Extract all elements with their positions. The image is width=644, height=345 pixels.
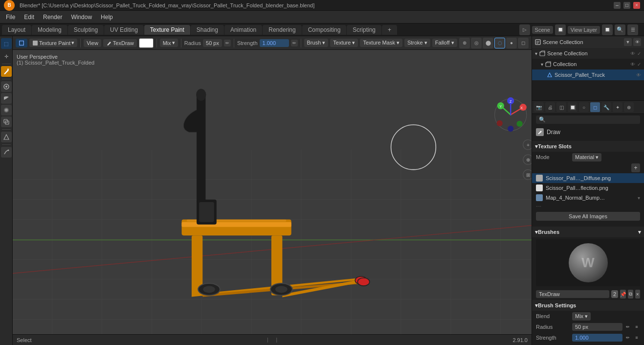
world-props-icon[interactable]: ○ [579,102,589,112]
global-search-icon[interactable]: 🔍 [615,24,625,35]
radius-input[interactable]: 50 px [203,39,222,47]
viewport-gizmo-btn[interactable]: ⊕ [459,38,470,48]
brushes-collapse-btn[interactable]: ▾ [638,229,641,235]
draw-tool-button[interactable] [1,66,12,77]
viewport-shading-material[interactable]: ◌ [494,38,505,48]
mask-tool-button[interactable] [1,132,12,142]
engine-icon[interactable]: ▷ [519,24,530,35]
brush-copy-btn[interactable]: ⧉ [628,290,633,299]
blend-mode-label: Mix [163,40,171,46]
normal-thumb [536,194,543,201]
falloff-button[interactable]: Falloff ▾ [432,39,457,47]
minimize-button[interactable]: – [614,2,621,9]
particle-props-icon[interactable]: ✦ [613,102,622,112]
modifier-props-icon[interactable]: 🔧 [601,102,611,112]
menu-render[interactable]: Render [39,13,66,22]
texture-slot-diffuse[interactable]: Scissor_Pall…_Diffuse.png [532,173,644,183]
3d-viewport[interactable]: X Y Z + [13,50,532,334]
add-texture-slot-button[interactable]: + [631,163,640,172]
texture-slots-title[interactable]: ▾ Texture Slots [532,141,644,152]
tab-scripting[interactable]: Scripting [347,25,381,35]
brush-strength-edit-icon[interactable]: ✏ [624,334,631,341]
blend-mode-dropdown[interactable]: Mix ▾ [160,39,178,47]
view-menu[interactable]: View [84,39,101,47]
texture-button[interactable]: Texture ▾ [330,39,358,47]
brush-settings-button[interactable]: Brush ▾ [304,39,329,47]
viewport-shading-rendered[interactable]: ● [506,38,517,48]
tab-uv-editing[interactable]: UV Editing [104,25,144,35]
color-swatch[interactable] [139,38,154,48]
filter-icon[interactable]: ☰ [627,24,638,35]
menu-help[interactable]: Help [97,13,117,22]
smear-tool-button[interactable] [1,93,12,104]
scissor-object-label: Scissor_Pallet_Truck [555,72,605,78]
soften-tool-button[interactable] [1,105,12,115]
physics-props-icon[interactable]: ⊕ [624,102,634,112]
brush-selector[interactable]: TexDraw [103,39,137,47]
close-button[interactable]: × [633,2,640,9]
object-props-icon[interactable]: ◻ [590,102,600,112]
brush-radius-pen-icon[interactable]: ≡ [633,323,640,330]
outliner-object-scissor[interactable]: Scissor_Pallet_Truck 👁 [532,69,644,80]
tab-animation[interactable]: Animation [224,25,262,35]
brush-pin-btn[interactable]: 📌 [620,290,626,299]
save-all-images-button[interactable]: Save All Images [536,212,640,221]
brush-strength-pen-icon[interactable]: ≡ [633,334,640,341]
blend-dropdown[interactable]: Mix ▾ [572,312,591,321]
brushes-title[interactable]: ▾ Brushes ▾ [532,227,644,237]
texture-mode-dropdown[interactable]: Material ▾ [572,153,601,161]
tab-texture-paint[interactable]: Texture Paint [144,25,190,35]
viewport-overlay-btn[interactable]: ◎ [471,38,482,48]
menu-window[interactable]: Window [67,13,96,22]
tab-rendering[interactable]: Rendering [263,25,301,35]
texture-slot-reflection[interactable]: Scissor_Pall…flection.png [532,183,644,193]
radius-pen-icon[interactable]: ✏ [224,40,231,46]
add-workspace-button[interactable]: + [382,25,397,35]
view-layer-selector[interactable]: View Layer [568,26,600,34]
brush-strength-input[interactable]: 1.000 [572,334,622,342]
clone-tool-button[interactable] [1,116,12,127]
tab-sculpting[interactable]: Sculpting [68,25,104,35]
maximize-button[interactable]: □ [623,2,630,9]
brush-name-input[interactable] [536,290,609,298]
viewport-view-type[interactable]: Texture Paint ▾ [29,39,77,47]
menu-file[interactable]: File [2,13,19,22]
output-props-icon[interactable]: 🖨 [545,102,555,112]
mode-icon[interactable]: ⬚ [1,38,12,49]
annotate-tool-button[interactable] [1,147,12,158]
brush-delete-btn[interactable]: × [635,290,640,299]
tab-shading[interactable]: Shading [191,25,224,35]
tab-modeling[interactable]: Modeling [32,25,67,35]
brush-settings-title[interactable]: ▾ Brush Settings [532,300,644,311]
strength-input[interactable]: 1.000 [260,39,289,47]
scene-collection-eye[interactable]: 👁 [630,51,635,56]
outliner-filter-btn[interactable]: ▼ [624,38,632,46]
scene-collection-vis2[interactable]: ✓ [637,51,641,56]
viewport-shading-solid[interactable]: ⬤ [483,38,493,48]
tab-compositing[interactable]: Compositing [302,25,347,35]
outliner-collection[interactable]: ▾ Collection 👁 ✓ [532,59,644,69]
collection-vis2[interactable]: ✓ [637,62,641,67]
render-props-icon[interactable]: 📷 [534,102,544,112]
viewport-mode-icon[interactable] [16,39,27,47]
object-eye[interactable]: 👁 [636,72,641,78]
cursor-icon[interactable]: ✛ [1,51,12,62]
viewport-shading-wire[interactable]: ◻ [518,38,529,48]
properties-search-box[interactable]: 🔍 [536,115,640,124]
stroke-button[interactable]: Stroke ▾ [404,39,430,47]
outliner-scene-collection[interactable]: ▾ Scene Collection 👁 ✓ [532,48,644,59]
brush-radius-edit-icon[interactable]: ✏ [624,323,631,330]
titlebar-controls[interactable]: – □ × [614,2,640,9]
scene-props-icon[interactable]: 🔲 [568,102,577,112]
texture-slot-normal[interactable]: Map_4_Normal_Bump… ▾ [532,193,644,203]
texture-mask-button[interactable]: Texture Mask ▾ [360,39,402,47]
tab-layout[interactable]: Layout [2,25,31,35]
brush-radius-input[interactable]: 50 px [572,323,622,331]
collection-eye[interactable]: 👁 [630,62,635,67]
fill-tool-button[interactable] [1,81,12,92]
scene-selector[interactable]: Scene [532,26,553,34]
strength-pen-icon[interactable]: ✏ [291,40,298,46]
view-layer-props-icon[interactable]: ◫ [556,102,566,112]
menu-edit[interactable]: Edit [20,13,38,22]
outliner-visibility-btn[interactable]: 👁 [633,38,641,46]
